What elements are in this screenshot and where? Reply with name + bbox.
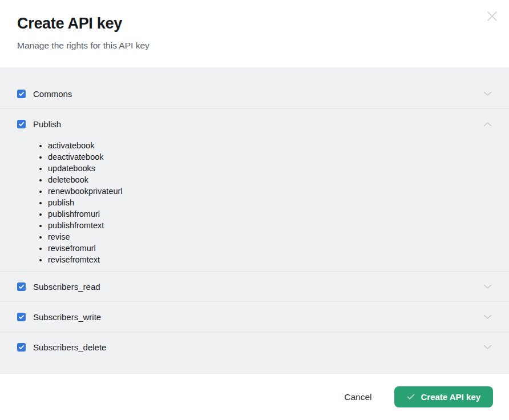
section-label: Subscribers_delete [33,342,106,352]
chevron-down-icon[interactable] [483,91,492,96]
permission-item: revisefromtext [48,254,509,265]
check-icon [18,314,25,320]
permission-item: deactivatebook [48,151,509,163]
permission-section: Subscribers_delete [0,332,509,362]
permission-item: publishfromurl [48,208,509,220]
section-header-row[interactable]: Publish [0,109,509,139]
section-checkbox[interactable] [17,120,26,128]
section-label: Publish [33,119,61,129]
section-label: Commons [33,89,72,99]
permission-section: Subscribers_write [0,302,509,332]
permissions-accordion: Commons Publish activatebookdeacti [0,67,509,374]
chevron-up-icon[interactable] [483,122,492,127]
section-checkbox[interactable] [17,282,26,291]
permission-item: revise [48,231,509,243]
section-header-row[interactable]: Commons [0,79,509,108]
chevron-down-icon[interactable] [483,345,492,350]
check-icon [407,394,415,400]
close-icon [487,11,498,23]
section-header-row[interactable]: Subscribers_delete [0,332,509,362]
permission-item: publishfromtext [48,220,509,231]
create-api-key-button[interactable]: Create API key [394,386,493,407]
cancel-button[interactable]: Cancel [344,392,371,402]
section-label: Subscribers_read [33,282,100,292]
permission-item: activatebook [48,140,509,151]
section-checkbox[interactable] [17,313,26,321]
permission-item: revisefromurl [48,243,509,254]
check-icon [18,284,25,290]
permission-item: renewbookprivateurl [48,185,509,197]
check-icon [18,91,25,97]
section-checkbox[interactable] [17,90,26,98]
modal-footer: Cancel Create API key [0,374,509,420]
permission-item: publish [48,197,509,208]
section-label: Subscribers_write [33,312,101,322]
section-header-row[interactable]: Subscribers_read [0,272,509,301]
check-icon [18,121,25,127]
create-api-key-label: Create API key [421,392,480,402]
modal-header: Create API key Manage the rights for thi… [0,0,509,67]
chevron-down-icon[interactable] [483,314,492,320]
page-title: Create API key [17,15,492,33]
page-subtitle: Manage the rights for this API key [17,41,492,51]
permission-item: deletebook [48,174,509,185]
permission-list: activatebookdeactivatebookupdatebooksdel… [0,140,509,265]
section-checkbox[interactable] [17,343,26,352]
close-button[interactable] [485,10,499,24]
chevron-down-icon[interactable] [483,284,492,289]
permission-section: Publish activatebookdeactivatebookupdate… [0,109,509,272]
permission-section: Subscribers_read [0,272,509,302]
section-header-row[interactable]: Subscribers_write [0,302,509,332]
permission-item: updatebooks [48,163,509,174]
permission-section: Commons [0,79,509,109]
check-icon [18,344,25,350]
